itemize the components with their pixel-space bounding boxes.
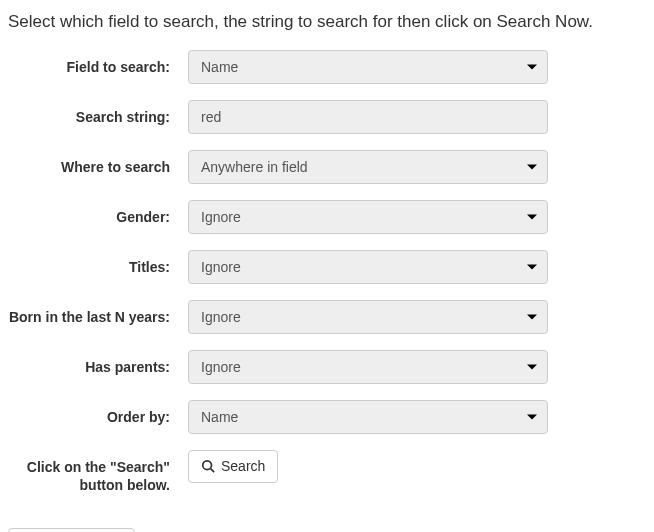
label-titles: Titles: (8, 250, 188, 276)
svg-line-1 (211, 469, 215, 473)
row-has-parents: Has parents: Ignore (8, 350, 646, 384)
select-value: Anywhere in field (189, 151, 547, 185)
label-gender: Gender: (8, 200, 188, 226)
label-search-string: Search string: (8, 100, 188, 126)
select-value: Name (189, 401, 547, 435)
select-value: Ignore (189, 201, 547, 235)
select-has-parents[interactable]: Ignore (188, 350, 548, 384)
row-titles: Titles: Ignore (8, 250, 646, 284)
label-field-to-search: Field to search: (8, 50, 188, 76)
search-icon (201, 459, 215, 473)
chevron-down-icon (527, 215, 537, 220)
row-where-to-search: Where to search Anywhere in field (8, 150, 646, 184)
select-born-last-n[interactable]: Ignore (188, 300, 548, 334)
row-order-by: Order by: Name (8, 400, 646, 434)
search-button-label: Search (221, 458, 265, 475)
intro-text: Select which field to search, the string… (8, 12, 646, 32)
chevron-down-icon (527, 415, 537, 420)
svg-point-0 (203, 461, 212, 470)
add-entry-button[interactable]: Add a new entry (8, 528, 135, 532)
chevron-down-icon (527, 265, 537, 270)
label-has-parents: Has parents: (8, 350, 188, 376)
row-gender: Gender: Ignore (8, 200, 646, 234)
label-where-to-search: Where to search (8, 150, 188, 176)
chevron-down-icon (527, 65, 537, 70)
row-search-string: Search string: (8, 100, 646, 134)
row-field-to-search: Field to search: Name (8, 50, 646, 84)
select-field-to-search[interactable]: Name (188, 50, 548, 84)
select-value: Name (189, 51, 547, 85)
chevron-down-icon (527, 365, 537, 370)
chevron-down-icon (527, 165, 537, 170)
select-gender[interactable]: Ignore (188, 200, 548, 234)
select-where-to-search[interactable]: Anywhere in field (188, 150, 548, 184)
label-born-last-n: Born in the last N years: (8, 300, 188, 326)
row-search-button: Click on the "Search" button below. Sear… (8, 450, 646, 494)
select-titles[interactable]: Ignore (188, 250, 548, 284)
search-button[interactable]: Search (188, 450, 278, 483)
select-value: Ignore (189, 251, 547, 285)
input-search-string[interactable] (188, 100, 548, 134)
select-order-by[interactable]: Name (188, 400, 548, 434)
select-value: Ignore (189, 301, 547, 335)
label-search-button: Click on the "Search" button below. (8, 450, 188, 494)
chevron-down-icon (527, 315, 537, 320)
select-value: Ignore (189, 351, 547, 385)
row-born-last-n: Born in the last N years: Ignore (8, 300, 646, 334)
label-order-by: Order by: (8, 400, 188, 426)
